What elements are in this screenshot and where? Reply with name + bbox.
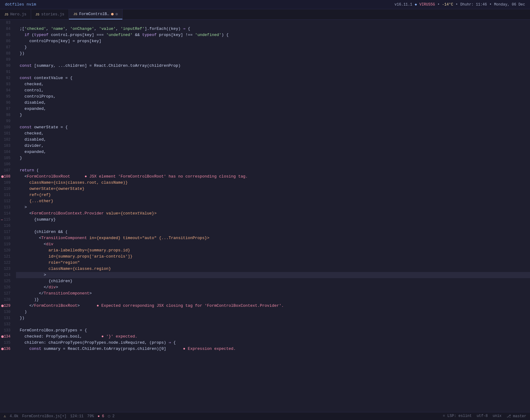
code-line-87: } <box>16 44 530 50</box>
tab-formcontrol[interactable]: JS FormControlB… <box>69 9 122 19</box>
gutter-line-110: 110 <box>0 186 13 192</box>
gutter-line-125: 125 <box>0 278 13 284</box>
gutter-line-121: 121 <box>0 254 13 260</box>
error-dot <box>1 348 4 350</box>
code-line-97: expanded, <box>16 106 530 112</box>
tab-formcontrol-label: FormControlB… <box>79 12 109 16</box>
tab-stories-label: stories.js <box>41 12 64 17</box>
code-line-112: {...other} <box>16 198 530 204</box>
gutter-line-100: 100 <box>0 124 13 130</box>
time: Dhuhr: 11:46 <box>460 2 487 7</box>
code-area[interactable]: ;['checked', 'name', 'onChange', 'value'… <box>16 20 530 412</box>
js-icon: JS <box>73 12 77 16</box>
virus-label: VIRUS5G <box>420 2 435 7</box>
code-line-105: } <box>16 155 530 161</box>
filename: FormControlBox.js[+] <box>22 414 66 418</box>
code-line-85: if (typeof control.props[key] === 'undef… <box>16 32 530 38</box>
status-left: ⚠ 4.0k FormControlBox.js[+] 124:11 79% ●… <box>4 414 114 418</box>
gutter-line-99: 99 <box>0 118 13 124</box>
error-dot <box>1 305 4 307</box>
code-line-115: {summary} <box>16 217 530 223</box>
error-count: ● 6 <box>98 414 104 418</box>
gutter-line-116: 116 <box>0 223 13 229</box>
gutter-line-106: 106 <box>0 161 13 167</box>
code-line-123: className={classes.region} <box>16 266 530 272</box>
code-line-125: {children} <box>16 278 530 284</box>
code-line-102: disabled, <box>16 137 530 143</box>
gutter-line-114: 114 <box>0 210 13 217</box>
tab-hero-label: Hero.js <box>10 12 26 17</box>
code-line-86: controlProps[key] = props[key] <box>16 38 530 44</box>
code-line-92: const contextValue = { <box>16 75 530 81</box>
code-line-100: const ownerState = { <box>16 124 530 130</box>
code-line-130: ) <box>16 309 530 315</box>
gutter-line-122: 122 <box>0 260 13 266</box>
code-line-103: divider, <box>16 143 530 149</box>
tabbar: JS Hero.js JS stories.js JS FormControlB… <box>0 9 530 20</box>
gutter-line-115: –115 <box>0 217 13 223</box>
gutter-line-135: 135 <box>0 340 13 346</box>
gutter-line-103: 103 <box>0 143 13 149</box>
gutter-line-83: 83 <box>0 20 13 26</box>
gutter-line-111: 111 <box>0 192 13 198</box>
code-line-94: control, <box>16 87 530 94</box>
code-line-136: const summary = React.Children.toArray(p… <box>16 346 530 352</box>
js-icon: JS <box>4 13 8 16</box>
code-line-101: checked, <box>16 130 530 137</box>
code-line-126: </div> <box>16 284 530 290</box>
position: 124:11 <box>70 414 83 418</box>
code-line-119: <div <box>16 241 530 247</box>
js-icon: JS <box>35 13 39 16</box>
code-line-111: ref={ref} <box>16 192 530 198</box>
gutter-line-118: 118 <box>0 235 13 241</box>
branch: ⎇ master <box>507 414 526 418</box>
gutter-line-101: 101 <box>0 130 13 137</box>
gutter-line-104: 104 <box>0 149 13 155</box>
gutter-line-102: 102 <box>0 137 13 143</box>
gutter-line-119: 119 <box>0 241 13 247</box>
gutter-line-92: 92 <box>0 75 13 81</box>
code-line-88: }) <box>16 50 530 57</box>
code-line-99 <box>16 118 530 124</box>
file-count: 4.0k <box>10 414 18 418</box>
tab-hero[interactable]: JS Hero.js <box>0 9 31 19</box>
app-name: dotfiles nvim <box>5 2 36 7</box>
gutter-line-90: 90 <box>0 63 13 69</box>
statusbar: ⚠ 4.0k FormControlBox.js[+] 124:11 79% ●… <box>0 412 530 420</box>
editor: 8384858687888990919293949596979899100101… <box>0 20 530 412</box>
code-line-120: aria-labelledby={summary.props.id} <box>16 247 530 254</box>
code-line-113: > <box>16 204 530 210</box>
gutter-line-132: 132 <box>0 321 13 327</box>
tab-stories[interactable]: JS stories.js <box>31 9 69 19</box>
gutter-line-93: 93 <box>0 81 13 87</box>
lsp-info: ⌗ LSP: eslint <box>443 414 472 418</box>
gutter-line-113: 113 <box>0 204 13 210</box>
gutter-line-120: 120 <box>0 247 13 254</box>
code-line-107: return ( <box>16 167 530 174</box>
code-line-104: expanded, <box>16 149 530 155</box>
gutter-line-108: 108 <box>0 174 13 180</box>
gutter-line-98: 98 <box>0 112 13 118</box>
code-line-127: </TransitionComponent> <box>16 290 530 297</box>
code-line-131: }) <box>16 315 530 321</box>
gutter-line-105: 105 <box>0 155 13 161</box>
gutter-line-95: 95 <box>0 94 13 100</box>
gutter-line-124: 124 <box>0 272 13 278</box>
code-line-84: ;['checked', 'name', 'onChange', 'value'… <box>16 26 530 32</box>
gutter-line-129: 129 <box>0 303 13 309</box>
gutter-line-97: 97 <box>0 106 13 112</box>
code-line-96: disabled, <box>16 100 530 106</box>
gutter-line-136: 136 <box>0 346 13 352</box>
gutter-line-86: 86 <box>0 38 13 44</box>
encoding: utf-8 <box>477 414 488 418</box>
code-line-117: {children && ( <box>16 229 530 235</box>
gutter-line-130: 130 <box>0 309 13 315</box>
gutter-line-89: 89 <box>0 57 13 63</box>
titlebar-left: dotfiles nvim <box>5 2 36 7</box>
code-line-106 <box>16 161 530 167</box>
code-line-83 <box>16 20 530 26</box>
temperature: -14°C <box>442 2 453 7</box>
percent: 79% <box>87 414 94 418</box>
line-numbers: 8384858687888990919293949596979899100101… <box>0 20 16 412</box>
error-dot <box>1 335 4 338</box>
